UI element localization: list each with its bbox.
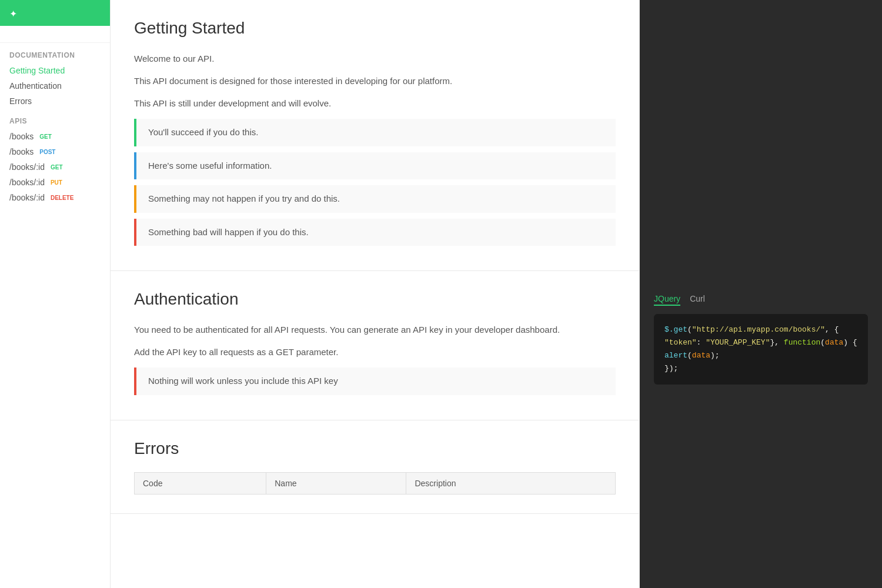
content-section-authentication: AuthenticationYou need to be authenticat…	[111, 271, 639, 420]
method-badge: POST	[37, 148, 58, 156]
table-header: Name	[266, 472, 406, 494]
section-title: Authentication	[134, 290, 616, 309]
code-token: });	[664, 364, 678, 373]
code-token: data	[692, 351, 710, 360]
code-line: });	[664, 362, 857, 375]
code-section: JQueryCurl $.get("http://api.myapp.com/b…	[640, 282, 882, 396]
code-token: (	[820, 338, 825, 347]
sidebar-item-label: /books	[9, 147, 34, 156]
code-token: "token"	[664, 338, 697, 347]
section-title: Errors	[134, 439, 616, 458]
sidebar-item[interactable]: /booksGET	[0, 129, 110, 144]
section-paragraph: Add the API key to all requests as a GET…	[134, 345, 616, 359]
sidebar-item-label: Errors	[9, 96, 32, 106]
code-token: (	[687, 325, 692, 334]
sidebar-item[interactable]: /books/:idDELETE	[0, 190, 110, 205]
content-area: Getting StartedWelcome to our API.This A…	[111, 0, 640, 588]
section-paragraph: This API document is designed for those …	[134, 74, 616, 88]
callout-blue: Here's some useful information.	[134, 152, 616, 180]
code-line: $.get("http://api.myapp.com/books/", {	[664, 323, 857, 336]
code-token: ) {	[843, 338, 857, 347]
sidebar-item[interactable]: /books/:idPUT	[0, 175, 110, 190]
method-badge: PUT	[48, 179, 65, 186]
sidebar-section-label: APIs	[0, 109, 110, 129]
right-top-empty	[640, 0, 882, 282]
code-token: data	[825, 338, 843, 347]
table-header: Code	[135, 472, 266, 494]
sidebar-item-label: Authentication	[9, 81, 62, 91]
errors-table: CodeNameDescription	[134, 472, 616, 495]
code-token: :	[697, 338, 706, 347]
search-button[interactable]	[0, 26, 110, 43]
sidebar-item-label: /books/:id	[9, 193, 45, 202]
sidebar-item[interactable]: Getting Started	[0, 63, 110, 78]
sidebar: DocumentationGetting StartedAuthenticati…	[0, 0, 111, 588]
code-token: alert	[664, 351, 687, 360]
logo-icon	[9, 8, 19, 18]
section-paragraph: You need to be authenticated for all API…	[134, 323, 616, 337]
sidebar-item-label: /books/:id	[9, 178, 45, 187]
content-section-getting-started: Getting StartedWelcome to our API.This A…	[111, 0, 639, 271]
right-panel: JQueryCurl $.get("http://api.myapp.com/b…	[640, 0, 882, 588]
code-token: function	[784, 338, 820, 347]
code-line: alert(data);	[664, 349, 857, 362]
code-token: },	[770, 338, 783, 347]
code-token: (	[687, 351, 692, 360]
section-paragraph: Welcome to our API.	[134, 52, 616, 66]
table-header: Description	[406, 472, 616, 494]
code-tab[interactable]: Curl	[690, 294, 705, 306]
code-token: , {	[825, 325, 838, 334]
code-tabs: JQueryCurl	[654, 294, 868, 306]
sidebar-item[interactable]: /books/:idGET	[0, 159, 110, 175]
sidebar-item-label: /books	[9, 132, 34, 141]
section-title: Getting Started	[134, 19, 616, 38]
method-badge: DELETE	[48, 194, 76, 202]
section-paragraph: This API is still under development and …	[134, 96, 616, 111]
callout-yellow: Something may not happen if you try and …	[134, 185, 616, 213]
sidebar-logo[interactable]	[0, 0, 110, 26]
callout-green: You'll succeed if you do this.	[134, 119, 616, 146]
code-tab[interactable]: JQuery	[654, 294, 680, 306]
sidebar-item-label: Getting Started	[9, 66, 65, 75]
callout-red: Nothing will work unless you include thi…	[134, 368, 616, 395]
sidebar-item[interactable]: Authentication	[0, 78, 110, 93]
code-line: "token": "YOUR_APP_KEY"}, function(data)…	[664, 336, 857, 349]
code-token: );	[710, 351, 720, 360]
code-block: $.get("http://api.myapp.com/books/", {"t…	[654, 314, 868, 385]
sidebar-item[interactable]: Errors	[0, 93, 110, 109]
sidebar-footer	[0, 569, 110, 588]
code-token: $.get	[664, 325, 687, 334]
code-token: "YOUR_APP_KEY"	[706, 338, 770, 347]
sidebar-item-label: /books/:id	[9, 162, 45, 172]
method-badge: GET	[37, 133, 54, 141]
main-area: Getting StartedWelcome to our API.This A…	[111, 0, 882, 588]
method-badge: GET	[48, 163, 65, 171]
content-section-errors: ErrorsCodeNameDescription	[111, 420, 639, 514]
callout-red: Something bad will happen if you do this…	[134, 219, 616, 246]
sidebar-nav: DocumentationGetting StartedAuthenticati…	[0, 43, 110, 205]
code-token: "http://api.myapp.com/books/"	[692, 325, 825, 334]
sidebar-section-label: Documentation	[0, 43, 110, 63]
sidebar-item[interactable]: /booksPOST	[0, 144, 110, 159]
